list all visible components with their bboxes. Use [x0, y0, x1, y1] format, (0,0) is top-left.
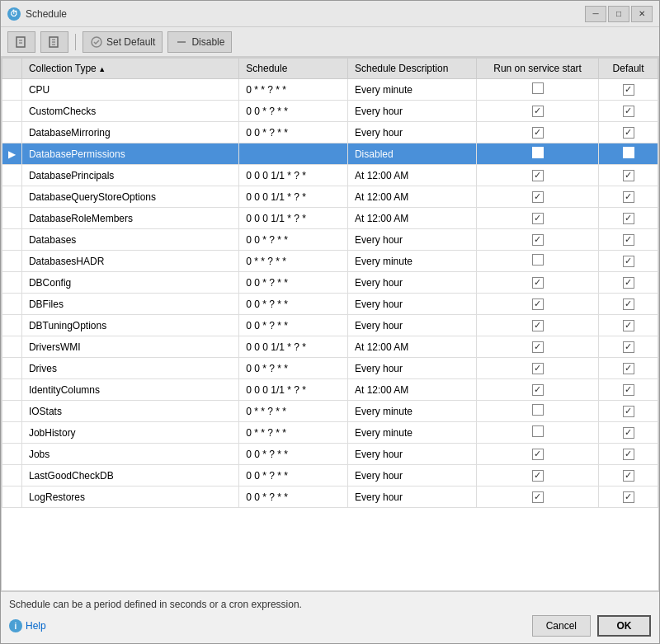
default-checkbox[interactable]: [623, 191, 634, 203]
run-on-start-checkbox[interactable]: [532, 425, 544, 437]
default-cell[interactable]: [599, 358, 658, 379]
default-cell[interactable]: [599, 101, 658, 122]
default-cell[interactable]: [599, 229, 658, 251]
default-cell[interactable]: [599, 165, 658, 186]
minimize-button[interactable]: ─: [585, 6, 606, 22]
table-row[interactable]: DatabaseMirroring0 0 * ? * *Every hour: [2, 122, 658, 143]
default-checkbox[interactable]: [623, 277, 634, 289]
default-checkbox[interactable]: [623, 363, 634, 374]
disable-button[interactable]: Disable: [167, 31, 232, 53]
default-checkbox[interactable]: [623, 384, 634, 396]
default-cell[interactable]: [599, 294, 658, 315]
table-row[interactable]: CPU0 * * ? * *Every minute: [2, 79, 658, 101]
run-on-start-cell[interactable]: [477, 101, 599, 122]
default-checkbox[interactable]: [623, 320, 634, 331]
table-row[interactable]: DatabasesHADR0 * * ? * *Every minute: [2, 251, 658, 272]
run-on-start-checkbox[interactable]: [532, 320, 544, 331]
run-on-start-cell[interactable]: [477, 422, 599, 444]
maximize-button[interactable]: □: [608, 6, 629, 22]
col-schedule[interactable]: Schedule: [239, 59, 348, 79]
table-row[interactable]: DBFiles0 0 * ? * *Every hour: [2, 294, 658, 315]
default-cell[interactable]: [599, 122, 658, 143]
default-cell[interactable]: [599, 401, 658, 422]
run-on-start-checkbox[interactable]: [532, 127, 544, 139]
run-on-start-cell[interactable]: [477, 229, 599, 251]
col-schedule-desc[interactable]: Schedule Description: [347, 59, 476, 79]
default-checkbox[interactable]: [623, 298, 634, 310]
table-row[interactable]: Jobs0 0 * ? * *Every hour: [2, 444, 658, 465]
table-row[interactable]: Drives0 0 * ? * *Every hour: [2, 358, 658, 379]
default-checkbox[interactable]: [623, 427, 634, 439]
default-checkbox[interactable]: [623, 449, 634, 460]
table-row[interactable]: DriversWMI0 0 0 1/1 * ? *At 12:00 AM: [2, 336, 658, 358]
default-checkbox[interactable]: [623, 256, 634, 267]
default-checkbox[interactable]: [623, 213, 634, 224]
run-on-start-cell[interactable]: [477, 186, 599, 208]
run-on-start-checkbox[interactable]: [532, 363, 544, 374]
run-on-start-cell[interactable]: [477, 315, 599, 336]
default-checkbox[interactable]: [623, 406, 634, 417]
default-cell[interactable]: [599, 379, 658, 401]
run-on-start-cell[interactable]: [477, 294, 599, 315]
default-cell[interactable]: [599, 487, 658, 508]
default-cell[interactable]: [599, 208, 658, 229]
table-row[interactable]: DBConfig0 0 * ? * *Every hour: [2, 272, 658, 294]
run-on-start-cell[interactable]: [477, 143, 599, 165]
default-checkbox[interactable]: [623, 170, 634, 181]
run-on-start-cell[interactable]: [477, 401, 599, 422]
table-row[interactable]: DatabaseQueryStoreOptions0 0 0 1/1 * ? *…: [2, 186, 658, 208]
ok-button[interactable]: OK: [597, 615, 651, 637]
default-cell[interactable]: [599, 444, 658, 465]
run-on-start-cell[interactable]: [477, 122, 599, 143]
table-row[interactable]: DatabasePrincipals0 0 0 1/1 * ? *At 12:0…: [2, 165, 658, 186]
table-row[interactable]: Databases0 0 * ? * *Every hour: [2, 229, 658, 251]
toolbar-new2-button[interactable]: [40, 31, 68, 53]
schedule-table-container[interactable]: Collection Type Schedule Schedule Descri…: [1, 57, 659, 591]
run-on-start-checkbox[interactable]: [532, 404, 544, 416]
default-cell[interactable]: [599, 186, 658, 208]
run-on-start-checkbox[interactable]: [532, 147, 544, 158]
run-on-start-checkbox[interactable]: [532, 170, 544, 181]
default-checkbox[interactable]: [623, 341, 634, 353]
run-on-start-cell[interactable]: [477, 358, 599, 379]
cancel-button[interactable]: Cancel: [532, 615, 591, 637]
run-on-start-cell[interactable]: [477, 444, 599, 465]
default-cell[interactable]: [599, 272, 658, 294]
table-row[interactable]: CustomChecks0 0 * ? * *Every hour: [2, 101, 658, 122]
default-checkbox[interactable]: [623, 491, 634, 503]
col-default[interactable]: Default: [599, 59, 658, 79]
run-on-start-cell[interactable]: [477, 251, 599, 272]
run-on-start-cell[interactable]: [477, 272, 599, 294]
default-checkbox[interactable]: [623, 127, 634, 139]
help-link[interactable]: Help: [26, 620, 46, 632]
toolbar-new1-button[interactable]: [7, 31, 35, 53]
run-on-start-checkbox[interactable]: [532, 384, 544, 396]
run-on-start-checkbox[interactable]: [532, 191, 544, 203]
close-button[interactable]: ✕: [631, 6, 653, 22]
col-run-on-start[interactable]: Run on service start: [477, 59, 599, 79]
set-default-button[interactable]: Set Default: [82, 31, 163, 53]
run-on-start-cell[interactable]: [477, 336, 599, 358]
default-checkbox[interactable]: [623, 470, 634, 482]
run-on-start-checkbox[interactable]: [532, 341, 544, 353]
table-row[interactable]: JobHistory0 * * ? * *Every minute: [2, 422, 658, 444]
run-on-start-cell[interactable]: [477, 487, 599, 508]
run-on-start-cell[interactable]: [477, 465, 599, 487]
default-cell[interactable]: [599, 336, 658, 358]
default-cell[interactable]: [599, 315, 658, 336]
default-cell[interactable]: [599, 79, 658, 101]
table-row[interactable]: LogRestores0 0 * ? * *Every hour: [2, 487, 658, 508]
default-cell[interactable]: [599, 251, 658, 272]
default-checkbox[interactable]: [623, 106, 634, 117]
run-on-start-checkbox[interactable]: [532, 234, 544, 246]
default-checkbox[interactable]: [623, 84, 634, 96]
run-on-start-checkbox[interactable]: [532, 277, 544, 289]
default-cell[interactable]: [599, 465, 658, 487]
default-cell[interactable]: [599, 143, 658, 165]
run-on-start-cell[interactable]: [477, 379, 599, 401]
run-on-start-checkbox[interactable]: [532, 254, 544, 266]
table-row[interactable]: DBTuningOptions0 0 * ? * *Every hour: [2, 315, 658, 336]
col-collection-type[interactable]: Collection Type: [21, 59, 238, 79]
run-on-start-checkbox[interactable]: [532, 213, 544, 224]
table-row[interactable]: ▶DatabasePermissionsDisabled: [2, 143, 658, 165]
